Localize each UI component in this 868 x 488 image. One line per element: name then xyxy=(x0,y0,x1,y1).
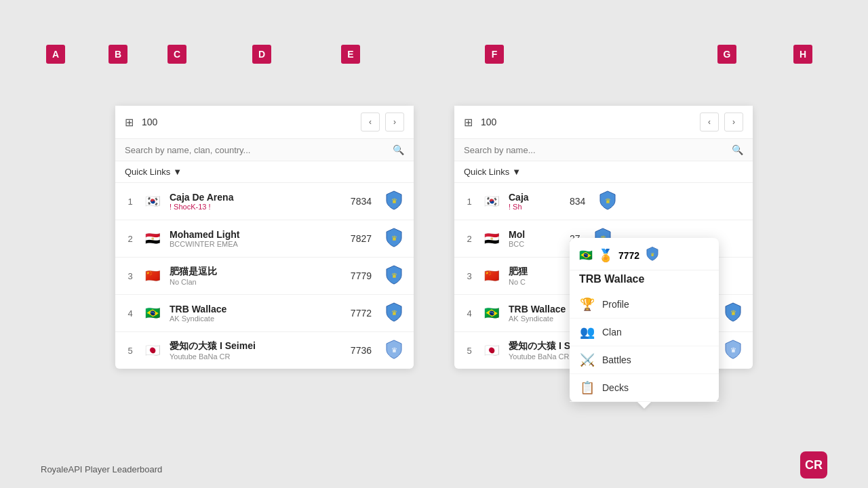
grid-icon: ⊞ xyxy=(125,116,134,129)
table-row[interactable]: 1 🇰🇷 Caja ! Sh 834 ♛ xyxy=(454,183,753,220)
trophy-badge: ♛ xyxy=(384,264,404,287)
dropdown-popup: 🇧🇷 🏅 7772 ♛ TRB Wallace 🏆 Profile 👥 Clan… xyxy=(570,238,719,402)
right-count: 100 xyxy=(481,117,496,127)
svg-text:♛: ♛ xyxy=(730,346,736,354)
left-search-input[interactable] xyxy=(125,145,393,155)
popup-player-name: TRB Wallace xyxy=(570,273,719,291)
svg-text:♛: ♛ xyxy=(391,197,397,205)
trophy-badge: ♛ xyxy=(723,302,743,325)
trophy-badge: ♛ xyxy=(597,190,618,213)
annotation-e: E xyxy=(341,45,360,64)
dropdown-item-decks[interactable]: 📋 Decks xyxy=(570,374,719,402)
trophy-badge: ♛ xyxy=(723,339,743,362)
right-panel-header: ⊞ 100 ‹ › xyxy=(454,106,753,139)
annotation-g: G xyxy=(717,45,736,64)
profile-icon: 🏆 xyxy=(579,297,595,312)
profile-label: Profile xyxy=(602,299,629,310)
dropdown-item-battles[interactable]: ⚔️ Battles xyxy=(570,346,719,374)
right-search-input[interactable] xyxy=(464,145,732,155)
right-search-bar: 🔍 xyxy=(454,139,753,161)
popup-score: 7772 xyxy=(618,250,639,261)
left-quick-links-bar: Quick Links ▼ xyxy=(115,161,414,183)
right-prev-btn[interactable]: ‹ xyxy=(700,113,719,131)
right-quick-links-btn[interactable]: Quick Links ▼ xyxy=(464,167,521,177)
trophy-badge: ♛ xyxy=(384,339,404,362)
trophy-popup-icon: ♛ xyxy=(645,246,660,264)
left-prev-btn[interactable]: ‹ xyxy=(361,113,380,131)
svg-text:♛: ♛ xyxy=(391,309,397,317)
dropdown-arrow xyxy=(637,402,651,409)
left-panel-header: ⊞ 100 ‹ › xyxy=(115,106,414,139)
table-row[interactable]: 2 🇪🇬 Mohamed Light BCCWINTER EMEA 7827 ♛ xyxy=(115,220,414,258)
left-panel: ⊞ 100 ‹ › 🔍 Quick Links ▼ 1 xyxy=(115,106,414,369)
dropdown-item-clan[interactable]: 👥 Clan xyxy=(570,319,719,346)
clan-icon: 👥 xyxy=(579,325,595,340)
table-row[interactable]: 3 🇨🇳 肥猫是逗比 No Clan 7779 ♛ xyxy=(115,258,414,295)
table-row[interactable]: 1 🇰🇷 Caja De Arena ! ShocK-13 ! 7834 ♛ xyxy=(115,183,414,220)
dropdown-item-profile[interactable]: 🏆 Profile xyxy=(570,291,719,319)
player-flag-popup: 🇧🇷 xyxy=(579,249,593,262)
clan-label: Clan xyxy=(602,327,622,338)
left-next-btn[interactable]: › xyxy=(385,113,404,131)
trophy-badge: ♛ xyxy=(384,302,404,325)
annotation-c: C xyxy=(167,45,186,64)
page-wrapper: A B C D E F G H ⊞ 100 ‹ › 🔍 Quick Links xyxy=(0,0,868,488)
right-search-icon: 🔍 xyxy=(732,144,743,155)
table-row[interactable]: 4 🇧🇷 TRB Wallace AK Syndicate 7772 ♛ xyxy=(115,295,414,332)
decks-label: Decks xyxy=(602,382,629,393)
table-row[interactable]: 5 🇯🇵 愛知の大猿 I Seimei Youtube BaNa CR 7736… xyxy=(115,332,414,369)
footer-text: RoyaleAPI Player Leaderboard xyxy=(41,464,162,474)
annotation-b: B xyxy=(108,45,127,64)
right-quick-links-bar: Quick Links ▼ xyxy=(454,161,753,183)
annotation-f: F xyxy=(485,45,504,64)
svg-text:♛: ♛ xyxy=(730,309,736,317)
annotation-d: D xyxy=(252,45,271,64)
svg-text:♛: ♛ xyxy=(650,251,654,258)
battles-icon: ⚔️ xyxy=(579,352,595,367)
footer-logo: CR xyxy=(800,451,827,479)
left-table: 1 🇰🇷 Caja De Arena ! ShocK-13 ! 7834 ♛ 2… xyxy=(115,183,414,369)
right-next-btn[interactable]: › xyxy=(724,113,743,131)
dropdown-header: 🇧🇷 🏅 7772 ♛ xyxy=(570,238,719,270)
svg-text:♛: ♛ xyxy=(391,235,397,242)
left-quick-links-btn[interactable]: Quick Links ▼ xyxy=(125,167,182,177)
left-count: 100 xyxy=(142,117,157,127)
right-grid-icon: ⊞ xyxy=(464,116,473,129)
battles-label: Battles xyxy=(602,354,631,365)
trophy-badge: ♛ xyxy=(384,227,404,250)
annotation-a: A xyxy=(46,45,65,64)
footer: RoyaleAPI Player Leaderboard xyxy=(41,464,162,474)
svg-text:♛: ♛ xyxy=(391,346,397,354)
left-search-icon: 🔍 xyxy=(393,144,404,155)
svg-text:♛: ♛ xyxy=(391,272,397,279)
left-search-bar: 🔍 xyxy=(115,139,414,161)
right-panel-wrapper: ⊞ 100 ‹ › 🔍 Quick Links ▼ xyxy=(454,106,753,369)
decks-icon: 📋 xyxy=(579,380,595,395)
annotation-h: H xyxy=(793,45,812,64)
trophy-badge: ♛ xyxy=(384,190,404,213)
svg-text:♛: ♛ xyxy=(605,197,611,205)
medal-icon: 🏅 xyxy=(598,248,613,263)
